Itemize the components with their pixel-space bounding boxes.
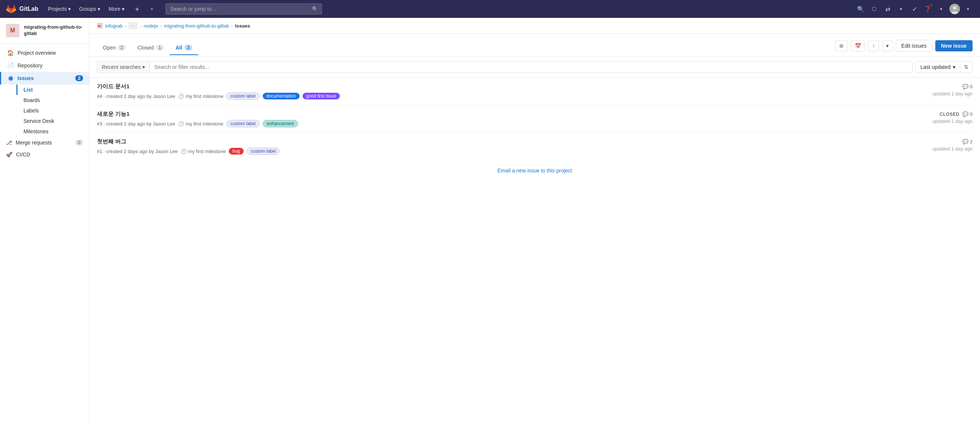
closed-count: 1 xyxy=(156,45,164,51)
table-row: 첫번째 버그 #1 · created 2 days ago by Jason … xyxy=(97,133,972,160)
project-icon: M xyxy=(97,23,103,29)
breadcrumb-nodejs[interactable]: nodejs xyxy=(144,23,158,29)
help-dropdown-button[interactable]: ▾ xyxy=(935,3,947,15)
email-link[interactable]: Email a new issue to this project xyxy=(498,168,572,174)
issue-comments: 💬 2 xyxy=(963,139,972,144)
issues-badge: 2 xyxy=(75,75,83,81)
breadcrumb-infograb[interactable]: infograb xyxy=(105,23,123,29)
chevron-down-icon: ▾ xyxy=(953,64,955,70)
issues-list: 가이드 문서1 #4 · created 1 day ago by Jason … xyxy=(89,78,980,160)
issue-right: 💬 2 updated 1 day ago xyxy=(913,138,972,152)
sidebar-item-repository[interactable]: 📄 Repository xyxy=(0,59,89,72)
label-good-first-issue[interactable]: good first issue xyxy=(302,93,340,100)
sidebar-item-issues[interactable]: ◉ Issues 2 xyxy=(0,72,89,84)
comments-count: 0 xyxy=(970,111,972,117)
issue-right: CLOSED 💬 0 updated 1 day ago xyxy=(913,111,972,124)
tab-all[interactable]: All 3 xyxy=(170,41,198,55)
sidebar-subitem-labels[interactable]: Labels xyxy=(16,105,89,116)
new-issue-button[interactable]: New issue xyxy=(935,40,972,51)
sort-label: Last updated xyxy=(920,64,951,70)
export-dropdown-button[interactable]: ▾ xyxy=(882,40,893,51)
all-count: 3 xyxy=(185,45,192,51)
nav-menu: Projects ▾ Groups ▾ More ▾ xyxy=(45,4,128,14)
breadcrumb: M infograb › ··· › nodejs › migrating-fr… xyxy=(89,18,980,34)
calendar-button[interactable]: 📅 xyxy=(851,40,865,51)
tab-open[interactable]: Open 2 xyxy=(97,41,132,55)
breadcrumb-project[interactable]: migrating-from-github-to-gitlab xyxy=(164,23,229,29)
tab-closed[interactable]: Closed 1 xyxy=(132,41,170,55)
user-dropdown-button[interactable]: ▾ xyxy=(962,3,974,15)
issue-number: #1 · created 2 days ago by Jason Lee xyxy=(97,149,178,154)
label-custom[interactable]: custom label xyxy=(247,147,280,155)
new-item-button[interactable]: ＋ xyxy=(131,3,143,15)
edit-issues-button[interactable]: Edit issues xyxy=(896,40,932,52)
open-count: 2 xyxy=(118,45,126,51)
top-navigation: GitLab Projects ▾ Groups ▾ More ▾ ＋ ▾ 🔍 … xyxy=(0,0,980,18)
issue-main: 새로운 기능1 #3 · created 1 day ago by Jason … xyxy=(97,111,908,127)
nav-groups[interactable]: Groups ▾ xyxy=(75,4,104,14)
issue-title[interactable]: 가이드 문서1 xyxy=(97,83,908,90)
merge-dropdown-button[interactable]: ▾ xyxy=(895,3,907,15)
issue-main: 가이드 문서1 #4 · created 1 day ago by Jason … xyxy=(97,83,908,100)
sort-direction-button[interactable]: ⇅ xyxy=(960,62,972,73)
label-custom[interactable]: custom label xyxy=(226,92,259,100)
label-documentation[interactable]: documentation xyxy=(263,93,299,100)
help-icon-button[interactable]: ❓ xyxy=(922,3,934,15)
sidebar-subitem-milestones[interactable]: Milestones xyxy=(16,126,89,137)
search-icon-button[interactable]: 🔍 xyxy=(855,3,867,15)
issue-milestone: 🕐 my first milestone xyxy=(178,121,223,127)
nav-more[interactable]: More ▾ xyxy=(105,4,128,14)
sort-select[interactable]: Last updated ▾ xyxy=(916,62,960,73)
breadcrumb-sep-3: › xyxy=(160,23,162,29)
label-enhancement[interactable]: enhancement xyxy=(263,120,298,127)
issues-tabs: Open 2 Closed 1 All 3 xyxy=(97,41,198,55)
calendar-icon: 📅 xyxy=(855,43,861,49)
sidebar-subitem-list[interactable]: List xyxy=(16,84,89,95)
sidebar-item-label: Merge requests xyxy=(16,139,52,146)
issue-title[interactable]: 새로운 기능1 xyxy=(97,111,908,118)
sidebar-item-label: Issues xyxy=(18,75,34,81)
milestone-label: my first milestone xyxy=(186,93,223,99)
issue-title[interactable]: 첫번째 버그 xyxy=(97,138,908,145)
nav-icons: 🔍 □ ⇄ ▾ ✓ ❓ ▾ ▾ xyxy=(855,3,974,15)
new-dropdown-button[interactable]: ▾ xyxy=(146,3,158,15)
sidebar-item-label: Project overview xyxy=(18,50,56,56)
filter-search-group: Recent searches ▾ xyxy=(97,61,913,73)
closed-badge: CLOSED xyxy=(940,112,959,117)
rss-button[interactable]: ⊛ xyxy=(835,40,848,51)
filter-bar: Recent searches ▾ Last updated ▾ ⇅ xyxy=(89,57,980,78)
comments-count: 0 xyxy=(970,84,972,89)
nav-projects[interactable]: Projects ▾ xyxy=(45,4,75,14)
recent-searches-button[interactable]: Recent searches ▾ xyxy=(97,62,150,73)
merge-requests-icon-button[interactable]: ⇄ xyxy=(881,3,894,15)
user-avatar-button[interactable] xyxy=(949,3,961,15)
email-link-section: Email a new issue to this project xyxy=(89,160,980,181)
project-header[interactable]: M migrating-from-github-to-gitlab xyxy=(0,18,89,44)
filter-input[interactable] xyxy=(150,62,912,73)
merge-requests-icon: ⎇ xyxy=(6,139,12,146)
issues-icon-button[interactable]: ✓ xyxy=(908,3,920,15)
gitlab-logo[interactable]: GitLab xyxy=(6,4,38,14)
merge-requests-badge: 0 xyxy=(75,139,83,146)
breadcrumb-ellipsis[interactable]: ··· xyxy=(129,22,137,29)
milestone-label: my first milestone xyxy=(186,121,223,127)
label-bug[interactable]: bug xyxy=(229,148,244,155)
sidebar-subitem-boards[interactable]: Boards xyxy=(16,95,89,105)
chevron-down-icon: ▾ xyxy=(886,43,889,49)
search-input[interactable] xyxy=(165,3,322,14)
export-button[interactable]: ↑ xyxy=(868,40,879,51)
comments-icon: 💬 xyxy=(963,139,969,144)
issue-updated: updated 1 day ago xyxy=(932,91,972,97)
rss-icon: ⊛ xyxy=(839,43,844,49)
sidebar-item-merge-requests[interactable]: ⎇ Merge requests 0 xyxy=(0,137,89,149)
sidebar-item-overview[interactable]: 🏠 Project overview xyxy=(0,46,89,59)
label-custom[interactable]: custom label xyxy=(226,120,259,127)
cicd-icon: 🚀 xyxy=(6,152,12,157)
comments-icon: 💬 xyxy=(963,111,969,117)
project-name: migrating-from-github-to-gitlab xyxy=(24,24,83,37)
sidebar-subitem-service-desk[interactable]: Service Desk xyxy=(16,116,89,126)
comments-icon: 💬 xyxy=(963,84,969,89)
sidebar-item-cicd[interactable]: 🚀 CI/CD xyxy=(0,149,89,160)
todo-icon-button[interactable]: □ xyxy=(868,3,880,15)
svg-point-1 xyxy=(953,6,956,10)
